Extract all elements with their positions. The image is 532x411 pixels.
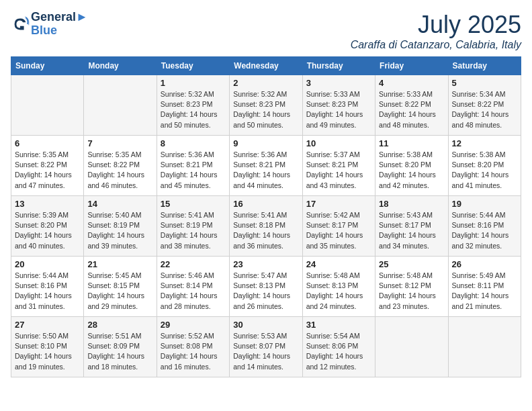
calendar-week-2: 6Sunrise: 5:35 AM Sunset: 8:22 PM Daylig… [11,136,521,196]
calendar-cell: 5Sunrise: 5:34 AM Sunset: 8:22 PM Daylig… [448,75,521,136]
day-number: 16 [233,199,298,209]
calendar-table: SundayMondayTuesdayWednesdayThursdayFrid… [11,56,521,377]
day-number: 3 [306,78,371,88]
calendar-cell: 14Sunrise: 5:40 AM Sunset: 8:19 PM Dayli… [84,196,157,257]
column-header-sunday: Sunday [11,57,84,75]
day-number: 10 [306,138,371,148]
logo-icon [11,15,30,34]
day-number: 29 [161,320,226,330]
day-info: Sunrise: 5:33 AM Sunset: 8:22 PM Dayligh… [379,89,444,130]
day-info: Sunrise: 5:53 AM Sunset: 8:07 PM Dayligh… [233,331,298,372]
calendar-cell: 27Sunrise: 5:50 AM Sunset: 8:10 PM Dayli… [11,317,84,377]
column-header-monday: Monday [84,57,157,75]
calendar-cell: 8Sunrise: 5:36 AM Sunset: 8:21 PM Daylig… [157,136,229,196]
day-number: 23 [233,259,298,269]
day-number: 15 [161,199,226,209]
day-info: Sunrise: 5:54 AM Sunset: 8:06 PM Dayligh… [306,331,371,372]
day-info: Sunrise: 5:41 AM Sunset: 8:19 PM Dayligh… [161,210,226,251]
day-number: 21 [87,259,152,269]
calendar-week-4: 20Sunrise: 5:44 AM Sunset: 8:16 PM Dayli… [11,257,521,317]
day-info: Sunrise: 5:42 AM Sunset: 8:17 PM Dayligh… [306,210,371,251]
logo: General► Blue [11,11,88,38]
calendar-cell: 6Sunrise: 5:35 AM Sunset: 8:22 PM Daylig… [11,136,84,196]
calendar-cell [448,317,521,377]
day-number: 1 [161,78,226,88]
day-info: Sunrise: 5:32 AM Sunset: 8:23 PM Dayligh… [161,89,226,130]
column-header-tuesday: Tuesday [157,57,229,75]
day-number: 19 [452,199,517,209]
logo-text: General► Blue [31,11,88,38]
calendar-cell: 19Sunrise: 5:44 AM Sunset: 8:16 PM Dayli… [448,196,521,257]
day-info: Sunrise: 5:43 AM Sunset: 8:17 PM Dayligh… [379,210,444,251]
day-info: Sunrise: 5:32 AM Sunset: 8:23 PM Dayligh… [233,89,298,130]
day-info: Sunrise: 5:35 AM Sunset: 8:22 PM Dayligh… [15,150,80,191]
calendar-cell: 25Sunrise: 5:48 AM Sunset: 8:12 PM Dayli… [375,257,448,317]
calendar-week-5: 27Sunrise: 5:50 AM Sunset: 8:10 PM Dayli… [11,317,521,377]
title-block: July 2025 Caraffa di Catanzaro, Calabria… [351,11,521,51]
day-info: Sunrise: 5:47 AM Sunset: 8:13 PM Dayligh… [233,271,298,312]
day-number: 4 [379,78,444,88]
location-title: Caraffa di Catanzaro, Calabria, Italy [351,39,521,51]
day-number: 28 [87,320,152,330]
day-info: Sunrise: 5:48 AM Sunset: 8:13 PM Dayligh… [306,271,371,312]
calendar-cell: 12Sunrise: 5:38 AM Sunset: 8:20 PM Dayli… [448,136,521,196]
calendar-cell: 11Sunrise: 5:38 AM Sunset: 8:20 PM Dayli… [375,136,448,196]
page-header: General► Blue July 2025 Caraffa di Catan… [11,11,521,51]
day-info: Sunrise: 5:49 AM Sunset: 8:11 PM Dayligh… [452,271,517,312]
day-number: 30 [233,320,298,330]
calendar-cell: 21Sunrise: 5:45 AM Sunset: 8:15 PM Dayli… [84,257,157,317]
day-number: 22 [161,259,226,269]
calendar-cell: 28Sunrise: 5:51 AM Sunset: 8:09 PM Dayli… [84,317,157,377]
day-number: 31 [306,320,371,330]
month-title: July 2025 [351,11,521,39]
column-header-thursday: Thursday [302,57,375,75]
day-number: 24 [306,259,371,269]
day-info: Sunrise: 5:40 AM Sunset: 8:19 PM Dayligh… [87,210,152,251]
day-info: Sunrise: 5:36 AM Sunset: 8:21 PM Dayligh… [233,150,298,191]
calendar-cell: 29Sunrise: 5:52 AM Sunset: 8:08 PM Dayli… [157,317,229,377]
calendar-cell: 22Sunrise: 5:46 AM Sunset: 8:14 PM Dayli… [157,257,229,317]
day-number: 25 [379,259,444,269]
calendar-cell: 18Sunrise: 5:43 AM Sunset: 8:17 PM Dayli… [375,196,448,257]
day-number: 17 [306,199,371,209]
day-info: Sunrise: 5:45 AM Sunset: 8:15 PM Dayligh… [87,271,152,312]
column-header-friday: Friday [375,57,448,75]
day-number: 11 [379,138,444,148]
calendar-cell: 16Sunrise: 5:41 AM Sunset: 8:18 PM Dayli… [230,196,302,257]
calendar-cell: 2Sunrise: 5:32 AM Sunset: 8:23 PM Daylig… [230,75,302,136]
day-number: 26 [452,259,517,269]
calendar-cell: 17Sunrise: 5:42 AM Sunset: 8:17 PM Dayli… [302,196,375,257]
calendar-cell: 3Sunrise: 5:33 AM Sunset: 8:23 PM Daylig… [302,75,375,136]
day-number: 27 [15,320,80,330]
day-info: Sunrise: 5:41 AM Sunset: 8:18 PM Dayligh… [233,210,298,251]
calendar-cell: 26Sunrise: 5:49 AM Sunset: 8:11 PM Dayli… [448,257,521,317]
calendar-cell: 31Sunrise: 5:54 AM Sunset: 8:06 PM Dayli… [302,317,375,377]
day-info: Sunrise: 5:34 AM Sunset: 8:22 PM Dayligh… [452,89,517,130]
calendar-cell: 10Sunrise: 5:37 AM Sunset: 8:21 PM Dayli… [302,136,375,196]
day-info: Sunrise: 5:46 AM Sunset: 8:14 PM Dayligh… [161,271,226,312]
day-info: Sunrise: 5:39 AM Sunset: 8:20 PM Dayligh… [15,210,80,251]
calendar-cell: 7Sunrise: 5:35 AM Sunset: 8:22 PM Daylig… [84,136,157,196]
day-info: Sunrise: 5:35 AM Sunset: 8:22 PM Dayligh… [87,150,152,191]
day-number: 20 [15,259,80,269]
calendar-cell: 9Sunrise: 5:36 AM Sunset: 8:21 PM Daylig… [230,136,302,196]
day-number: 9 [233,138,298,148]
day-info: Sunrise: 5:44 AM Sunset: 8:16 PM Dayligh… [15,271,80,312]
day-number: 12 [452,138,517,148]
column-header-wednesday: Wednesday [230,57,302,75]
day-number: 5 [452,78,517,88]
day-info: Sunrise: 5:44 AM Sunset: 8:16 PM Dayligh… [452,210,517,251]
day-info: Sunrise: 5:51 AM Sunset: 8:09 PM Dayligh… [87,331,152,372]
day-info: Sunrise: 5:48 AM Sunset: 8:12 PM Dayligh… [379,271,444,312]
calendar-cell: 30Sunrise: 5:53 AM Sunset: 8:07 PM Dayli… [230,317,302,377]
day-number: 6 [15,138,80,148]
calendar-cell [11,75,84,136]
calendar-week-1: 1Sunrise: 5:32 AM Sunset: 8:23 PM Daylig… [11,75,521,136]
day-info: Sunrise: 5:37 AM Sunset: 8:21 PM Dayligh… [306,150,371,191]
day-info: Sunrise: 5:50 AM Sunset: 8:10 PM Dayligh… [15,331,80,372]
day-number: 18 [379,199,444,209]
day-info: Sunrise: 5:36 AM Sunset: 8:21 PM Dayligh… [161,150,226,191]
day-number: 2 [233,78,298,88]
calendar-cell: 20Sunrise: 5:44 AM Sunset: 8:16 PM Dayli… [11,257,84,317]
calendar-cell [84,75,157,136]
